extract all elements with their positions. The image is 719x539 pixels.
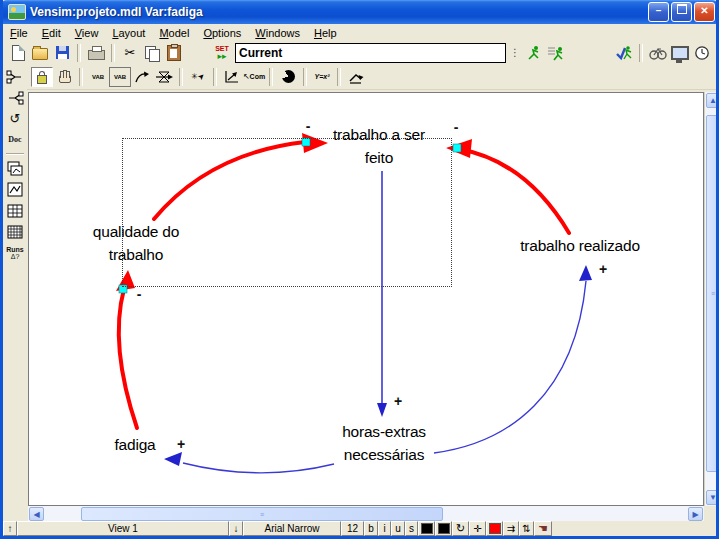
paste-button[interactable] (163, 43, 185, 63)
print-button[interactable] (85, 43, 107, 63)
view-selector[interactable]: View 1 (17, 521, 229, 536)
delete-tool-button[interactable] (277, 67, 299, 87)
view-up-button[interactable]: ↑ (3, 521, 17, 536)
minimize-button[interactable]: – (648, 2, 669, 22)
reference-mode-tool-button[interactable] (345, 67, 367, 87)
position-button[interactable]: ✛ (469, 521, 486, 536)
arrow-width-button[interactable]: ⇉ (503, 521, 519, 536)
menu-windows[interactable]: Windows (248, 26, 307, 40)
equations-icon: Y=x² (315, 73, 330, 80)
table-time-button[interactable] (4, 221, 26, 242)
simulate-setup-button[interactable] (545, 43, 567, 63)
horizontal-scrollbar[interactable]: ◀ ≡ ▶ (28, 506, 704, 521)
simulation-setup-button[interactable]: SET ▸▸ (211, 43, 233, 63)
shadow-variable-tool-button[interactable]: ✳ ➤ (187, 67, 209, 87)
variable-trabalho-realizado[interactable]: trabalho realizado (520, 234, 640, 257)
document-button[interactable]: Doc (4, 129, 26, 150)
horizontal-scroll-thumb[interactable]: ≡ (81, 507, 443, 521)
thumb-grip: ≡ (260, 511, 264, 518)
cut-button[interactable]: ✂ (119, 43, 141, 63)
toolbar-separator (269, 68, 273, 86)
scroll-down-icon: ▼ (709, 493, 717, 502)
link-horas-to-fadiga[interactable] (183, 463, 334, 473)
new-model-button[interactable] (7, 43, 29, 63)
scroll-left-button[interactable]: ◀ (29, 507, 44, 521)
bold-button[interactable]: b (364, 521, 378, 536)
causes-strip-button[interactable] (4, 158, 26, 179)
clock-icon (694, 45, 710, 61)
variable-qualidade-do-trabalho[interactable]: qualidade do trabalho (93, 220, 179, 266)
underline-button[interactable]: u (391, 521, 405, 536)
loops-button[interactable]: ↺ (4, 108, 26, 129)
variable-trabalho-a-ser-feito[interactable]: trabalho a ser feito (333, 123, 425, 169)
polarity-sign-positive: + (394, 393, 402, 409)
text-color-swatch (421, 523, 433, 534)
toolbar-separator (179, 68, 183, 86)
comment-tool-button[interactable]: ↖ Com (243, 67, 265, 87)
sketch-toolbar: VAB VAB ✳ ➤ (3, 64, 716, 90)
restore-button[interactable] (671, 2, 692, 22)
comment-icon: Com (250, 73, 266, 80)
shape-color-button[interactable] (435, 521, 452, 536)
scroll-right-button[interactable]: ▶ (688, 507, 703, 521)
menu-file[interactable]: File (3, 26, 35, 40)
copy-button[interactable] (141, 43, 163, 63)
output-button[interactable] (669, 43, 691, 63)
simulation-name-field[interactable]: Current (235, 43, 506, 63)
synthesim-button[interactable] (647, 43, 669, 63)
arrow-tool-button[interactable] (131, 67, 153, 87)
causes-tree-button[interactable] (4, 66, 26, 87)
vertical-scroll-thumb[interactable]: ≡ (706, 115, 719, 472)
menu-layout[interactable]: Layout (105, 26, 152, 40)
scroll-up-button[interactable]: ▲ (706, 93, 719, 108)
link-horas-to-realizado[interactable] (434, 281, 586, 453)
simulation-name-value: Current (239, 46, 282, 60)
menu-options[interactable]: Options (196, 26, 248, 40)
arrow-color-button[interactable] (486, 521, 503, 536)
scroll-down-button[interactable]: ▼ (706, 490, 719, 505)
link-fadiga-to-qualidade[interactable] (119, 289, 137, 428)
input-output-tool-button[interactable] (221, 67, 243, 87)
strikethrough-button[interactable]: s (405, 521, 418, 536)
font-selector[interactable]: Arial Narrow (243, 521, 341, 536)
link-realizado-to-trabalho[interactable] (459, 149, 569, 233)
box-variable-tool-button[interactable]: VAB (109, 67, 131, 87)
sketch-canvas[interactable]: trabalho a ser feito qualidade do trabal… (28, 92, 704, 506)
rate-tool-button[interactable] (153, 67, 175, 87)
rate-valve-icon (155, 70, 173, 84)
text-color-button[interactable] (418, 521, 435, 536)
vertical-scrollbar[interactable]: ▲ ≡ ▼ (704, 92, 719, 506)
menu-model[interactable]: Model (152, 26, 196, 40)
runs-compare-button[interactable]: Runs Δ? (4, 242, 26, 263)
variable-horas-extras-necessarias[interactable]: horas-extras necessárias (342, 420, 426, 466)
graph-button[interactable] (4, 179, 26, 200)
equations-tool-button[interactable]: Y=x² (311, 67, 333, 87)
open-model-button[interactable] (29, 43, 51, 63)
font-size-selector[interactable]: 12 (341, 521, 364, 536)
arrow-tool-icon (134, 70, 150, 84)
variable-tool-button[interactable]: VAB (87, 67, 109, 87)
loop-marker-button[interactable]: ↻ (452, 521, 469, 536)
title-bar[interactable]: Vensim:projeto.mdl Var:fadiga – ✕ (0, 0, 719, 24)
table-icon (7, 203, 23, 219)
move-tool-button[interactable] (53, 67, 75, 87)
menu-view[interactable]: View (68, 26, 106, 40)
lock-tool-button[interactable] (31, 67, 53, 87)
selection-handle[interactable] (453, 144, 461, 152)
view-down-button[interactable]: ↓ (229, 521, 243, 536)
grab-button[interactable]: ☚ (534, 521, 552, 536)
variable-fadiga[interactable]: fadiga (114, 433, 155, 456)
menu-edit[interactable]: Edit (35, 26, 68, 40)
hide-levels-button[interactable]: ⇅ (519, 521, 534, 536)
table-button[interactable] (4, 200, 26, 221)
italic-button[interactable]: i (378, 521, 391, 536)
time-axis-button[interactable] (691, 43, 713, 63)
simulate-button[interactable] (523, 43, 545, 63)
check-run-icon (615, 45, 633, 61)
close-button[interactable]: ✕ (694, 2, 715, 22)
menu-help[interactable]: Help (307, 26, 344, 40)
uses-tree-button[interactable] (4, 87, 26, 108)
save-button[interactable] (51, 43, 73, 63)
set-run-icon: ▸▸ (217, 52, 226, 60)
reality-check-button[interactable] (613, 43, 635, 63)
